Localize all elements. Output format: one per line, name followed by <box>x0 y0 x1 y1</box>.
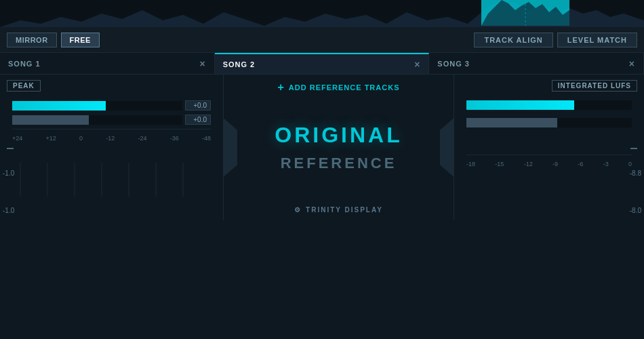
db-bot-left: -1.0 <box>3 207 14 214</box>
tab-song1-label: SONG 1 <box>8 60 41 68</box>
tab-song2-close[interactable]: × <box>414 60 420 69</box>
dash-left <box>7 148 14 149</box>
level-match-button[interactable]: LEVEL MATCH <box>557 33 637 47</box>
trinity-display-button[interactable]: ⚙ TRINITY DISPLAY <box>294 206 383 214</box>
add-tracks-label: ADD REFERENCE TRACKS <box>289 83 400 92</box>
meter-val-1: +0.0 <box>185 100 211 111</box>
right-meter-bar-2 <box>466 118 632 127</box>
meter-bar-2 <box>12 115 182 125</box>
meter-scale-left: +24 +12 0 -12 -24 -36 -48 <box>5 134 218 143</box>
tab-song1-close[interactable]: × <box>199 59 205 68</box>
db-top-right: -8.8 <box>630 170 641 177</box>
meter-scale-right: -18 -15 -12 -9 -6 -3 0 <box>460 159 639 169</box>
tab-song2-label: SONG 2 <box>223 60 256 68</box>
meter-bars-left: +0.0 +0.0 <box>5 100 218 125</box>
reference-label: REFERENCE <box>281 155 397 172</box>
mirror-button[interactable]: MIRROR <box>7 33 57 47</box>
meter-bar-1 <box>12 101 182 111</box>
integrated-lufs-label: INTEGRATED LUFS <box>552 80 637 92</box>
meter-left: PEAK -1.0 -1.0 +0.0 +0.0 +24 +12 0 -12 <box>0 75 224 220</box>
add-tracks-button[interactable]: + ADD REFERENCE TRACKS <box>278 81 400 94</box>
right-meter-row-1 <box>466 100 632 110</box>
right-meter-row-2 <box>466 118 632 127</box>
right-controls: TRACK ALIGN LEVEL MATCH <box>474 33 637 47</box>
chevron-right-deco <box>440 119 454 177</box>
tab-song3[interactable]: SONG 3 × <box>429 53 644 74</box>
meter-row-1: +0.0 <box>12 100 211 111</box>
free-button[interactable]: FREE <box>61 33 100 47</box>
right-meter-bar-1 <box>466 100 632 110</box>
tab-song3-label: SONG 3 <box>437 60 470 68</box>
original-label: ORIGINAL <box>275 123 402 148</box>
tab-song3-close[interactable]: × <box>629 59 635 68</box>
trinity-label: TRINITY DISPLAY <box>306 206 383 214</box>
tab-song1[interactable]: SONG 1 × <box>0 53 215 74</box>
center-display: + ADD REFERENCE TRACKS ORIGINAL REFERENC… <box>224 75 454 220</box>
track-align-button[interactable]: TRACK ALIGN <box>474 33 552 47</box>
meter-row-2: +0.0 <box>12 115 211 125</box>
meter-separator <box>12 129 211 129</box>
meter-right: INTEGRATED LUFS -8.8 -8.0 -18 -15 -12 -9… <box>454 75 644 220</box>
tab-song2[interactable]: SONG 2 × <box>215 53 430 74</box>
plus-icon: + <box>278 81 285 94</box>
top-waveform <box>0 0 644 27</box>
song-tabs: SONG 1 × SONG 2 × SONG 3 × <box>0 53 644 75</box>
gear-icon: ⚙ <box>294 206 302 214</box>
meter-fill-2 <box>12 115 89 125</box>
peak-label: PEAK <box>7 80 41 92</box>
right-separator <box>466 155 632 155</box>
right-meter-fill-1 <box>466 100 574 110</box>
meter-fill-1 <box>12 101 106 111</box>
meter-bars-right <box>460 100 639 127</box>
chevron-left-deco <box>224 119 237 177</box>
scale-lines-left <box>7 163 210 203</box>
main-content: PEAK -1.0 -1.0 +0.0 +0.0 +24 +12 0 -12 <box>0 75 644 220</box>
right-meter-fill-2 <box>466 118 557 127</box>
db-bot-right: -8.0 <box>630 207 641 214</box>
meter-val-2: +0.0 <box>185 115 211 125</box>
left-controls: MIRROR FREE <box>7 33 100 47</box>
dash-right <box>630 148 637 149</box>
controls-bar: MIRROR FREE TRACK ALIGN LEVEL MATCH <box>0 27 644 53</box>
